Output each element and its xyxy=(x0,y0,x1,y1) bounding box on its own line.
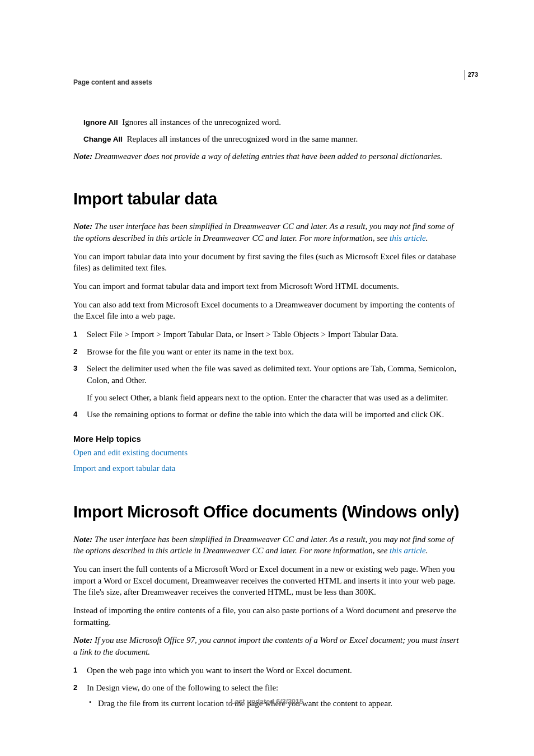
note-body: Dreamweaver does not provide a way of de… xyxy=(92,152,442,161)
link-import-export-tabular[interactable]: Import and export tabular data xyxy=(73,464,175,473)
step-item: Browse for the file you want or enter it… xyxy=(73,346,462,358)
body-paragraph: You can import tabular data into your do… xyxy=(73,251,462,274)
step-text: Use the remaining options to format or d… xyxy=(87,410,444,419)
step-text: Open the web page into which you want to… xyxy=(87,666,352,675)
link-open-edit-docs[interactable]: Open and edit existing documents xyxy=(73,448,188,457)
body-paragraph: You can import and format tabular data a… xyxy=(73,281,462,292)
help-link-line: Open and edit existing documents xyxy=(73,447,462,459)
link-this-article[interactable]: this article xyxy=(390,234,426,242)
step-text: Select File > Import > Import Tabular Da… xyxy=(87,330,398,339)
help-link-line: Import and export tabular data xyxy=(73,463,462,475)
link-this-article[interactable]: this article xyxy=(390,546,426,555)
step-text: Browse for the file you want or enter it… xyxy=(87,347,294,356)
note-text: Note: Dreamweaver does not provide a way… xyxy=(73,151,462,162)
note-label: Note: xyxy=(73,636,92,645)
section-header: Page content and assets xyxy=(73,78,462,86)
note-after: . xyxy=(426,234,428,242)
definition-list: Ignore All Ignores all instances of the … xyxy=(83,116,462,145)
step-text: Select the delimiter used when the file … xyxy=(87,364,456,385)
step-item: Select the delimiter used when the file … xyxy=(73,363,462,403)
note-after: . xyxy=(426,546,428,555)
heading-import-tabular-data: Import tabular data xyxy=(73,190,462,208)
footer-last-updated: Last updated 6/3/2015 xyxy=(0,698,534,706)
definition-term: Change All xyxy=(83,135,123,143)
note-label: Note: xyxy=(73,222,92,231)
note-text: Note: The user interface has been simpli… xyxy=(73,221,462,244)
heading-import-ms-office: Import Microsoft Office documents (Windo… xyxy=(73,503,462,521)
note-text: Note: If you use Microsoft Office 97, yo… xyxy=(73,634,462,657)
definition-desc: Replaces all instances of the unrecogniz… xyxy=(127,134,358,143)
step-subtext: If you select Other, a blank field appea… xyxy=(87,392,462,404)
page-content: Page content and assets Ignore All Ignor… xyxy=(73,78,462,715)
page-number: 273 xyxy=(464,70,478,80)
body-paragraph: Instead of importing the entire contents… xyxy=(73,605,462,628)
step-text: In Design view, do one of the following … xyxy=(87,683,278,692)
definition-item: Ignore All Ignores all instances of the … xyxy=(83,116,462,128)
step-item: Select File > Import > Import Tabular Da… xyxy=(73,329,462,340)
definition-desc: Ignores all instances of the unrecognize… xyxy=(122,118,281,127)
body-paragraph: You can insert the full contents of a Mi… xyxy=(73,563,462,598)
note-text: Note: The user interface has been simpli… xyxy=(73,534,462,557)
definition-item: Change All Replaces all instances of the… xyxy=(83,133,462,144)
note-body: If you use Microsoft Office 97, you cann… xyxy=(73,636,459,656)
ordered-steps: Select File > Import > Import Tabular Da… xyxy=(73,329,462,421)
more-help-heading: More Help topics xyxy=(73,434,462,444)
step-item: Use the remaining options to format or d… xyxy=(73,409,462,421)
definition-term: Ignore All xyxy=(83,118,118,127)
note-label: Note: xyxy=(73,152,92,161)
body-paragraph: You can also add text from Microsoft Exc… xyxy=(73,299,462,322)
note-label: Note: xyxy=(73,535,92,544)
step-item: Open the web page into which you want to… xyxy=(73,665,462,676)
